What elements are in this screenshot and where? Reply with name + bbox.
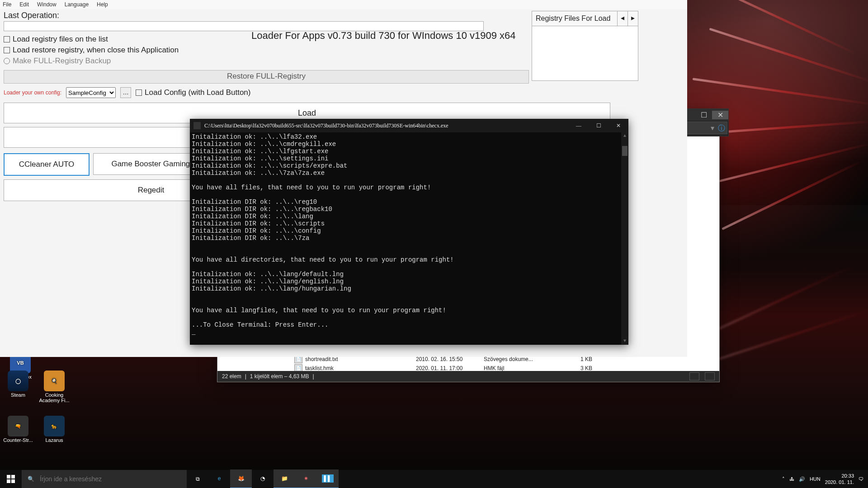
console-titlebar[interactable]: C:\Users\ltta\Desktop\lfa32v070build655-… <box>190 119 628 132</box>
tray-network-icon[interactable]: 🖧 <box>789 476 794 482</box>
scroll-down-icon[interactable]: ▼ <box>621 338 628 345</box>
menu-bar: File Edit Window Language Help <box>0 0 687 9</box>
taskbar-app-firefox[interactable]: 🦊 <box>230 469 252 488</box>
menu-window[interactable]: Window <box>37 1 57 8</box>
desktop-icon-steam[interactable]: ◯ Steam <box>2 371 34 398</box>
svg-rect-0 <box>7 475 10 479</box>
close-icon[interactable]: ✕ <box>609 119 628 132</box>
windows-icon <box>7 475 15 483</box>
file-size: 3 KB <box>556 365 592 371</box>
file-type: Szöveges dokume... <box>484 356 556 362</box>
view-large-icon[interactable] <box>705 372 715 380</box>
view-details-icon[interactable] <box>689 372 699 380</box>
desktop-icon-counterstrike[interactable]: 🔫 Counter-Str... <box>2 416 34 443</box>
file-size: 1 KB <box>556 356 592 362</box>
tray-notifications-icon[interactable]: 🗨 <box>859 476 863 482</box>
search-input[interactable] <box>39 475 181 483</box>
registry-files-title: Registry Files For Load <box>536 14 617 23</box>
console-title-text: C:\Users\ltta\Desktop\lfa32v070build655-… <box>204 122 448 129</box>
tray-volume-icon[interactable]: 🔊 <box>799 476 805 482</box>
taskbar-search[interactable]: 🔍 <box>22 470 187 488</box>
taskbar-app-edge[interactable]: e <box>208 469 230 488</box>
maximize-icon[interactable]: ☐ <box>589 119 609 132</box>
menu-language[interactable]: Language <box>65 1 89 8</box>
search-icon: 🔍 <box>28 476 34 482</box>
svg-rect-2 <box>7 479 10 483</box>
maximize-icon[interactable]: ☐ <box>696 111 712 119</box>
registry-files-list[interactable] <box>532 26 638 81</box>
own-config-label: Loader your own config: <box>4 89 61 96</box>
taskbar-app-loader[interactable]: ✷ <box>295 469 317 488</box>
scroll-up-icon[interactable]: ▲ <box>621 132 628 140</box>
ccleaner-auto-button[interactable]: CCleaner AUTO <box>4 153 90 176</box>
close-icon[interactable]: ✕ <box>712 111 728 119</box>
explorer-statusbar: 22 elem| 1 kijelölt elem – 4,63 MB| <box>217 371 719 382</box>
console-icon <box>193 122 201 129</box>
tray-chevron-icon[interactable]: ˄ <box>782 476 785 482</box>
task-view-button[interactable]: ⧉ <box>187 470 208 488</box>
taskbar: 🔍 ⧉ e 🦊 ◔ 📁 ✷ ▌▌ ˄ 🖧 🔊 HUN 20:33 2020. 0… <box>0 470 868 488</box>
svg-rect-1 <box>11 475 15 479</box>
checkbox-load-config[interactable]: Load Config (with Load Button) <box>136 88 250 97</box>
restore-full-registry-button[interactable]: Restore FULL-Registry <box>4 70 529 84</box>
console-window[interactable]: C:\Users\ltta\Desktop\lfa32v070build655-… <box>190 119 628 345</box>
desktop-icon-cooking[interactable]: 🍳 Cooking Academy Fi... <box>38 371 70 403</box>
app-title: Loader For Apps v0.73 build 730 for WInd… <box>251 30 516 42</box>
file-date: 2020. 01. 11. 17:00 <box>416 365 484 371</box>
console-output[interactable]: Initalization ok: ..\..\lfa32.exe Inital… <box>190 132 628 337</box>
desktop-icon-lazarus[interactable]: 🐆 Lazarus <box>38 416 70 443</box>
start-button[interactable] <box>0 470 22 488</box>
taskbar-app-explorer[interactable]: 📁 <box>274 469 295 488</box>
browse-button[interactable]: ... <box>120 87 131 98</box>
menu-help[interactable]: Help <box>97 1 108 8</box>
taskbar-app-steam[interactable]: ◔ <box>252 469 274 488</box>
taskbar-app-console[interactable]: ▌▌ <box>317 469 339 488</box>
svg-rect-3 <box>11 479 15 483</box>
taskbar-clock[interactable]: 20:33 2020. 01. 11. <box>825 473 854 485</box>
menu-file[interactable]: File <box>3 1 11 8</box>
registry-files-panel: Registry Files For Load ◂ ▸ <box>532 11 638 81</box>
minimize-icon[interactable]: — <box>569 119 589 132</box>
console-scrollbar[interactable]: ▲ ▼ <box>621 132 628 345</box>
file-name: tasklist.hmk <box>305 365 416 371</box>
file-date: 2010. 02. 16. 15:50 <box>416 356 484 362</box>
scroll-thumb[interactable] <box>622 146 627 156</box>
arrow-right-icon[interactable]: ▸ <box>627 11 638 26</box>
arrow-left-icon[interactable]: ◂ <box>617 11 627 26</box>
tray-language[interactable]: HUN <box>810 476 821 482</box>
file-type: HMK fájl <box>484 365 556 371</box>
file-name: shortreadit.txt <box>305 356 416 362</box>
system-tray: ˄ 🖧 🔊 HUN 20:33 2020. 01. 11. 🗨 <box>778 473 868 485</box>
menu-edit[interactable]: Edit <box>19 1 29 8</box>
config-select[interactable]: SampleConfig <box>66 87 116 98</box>
